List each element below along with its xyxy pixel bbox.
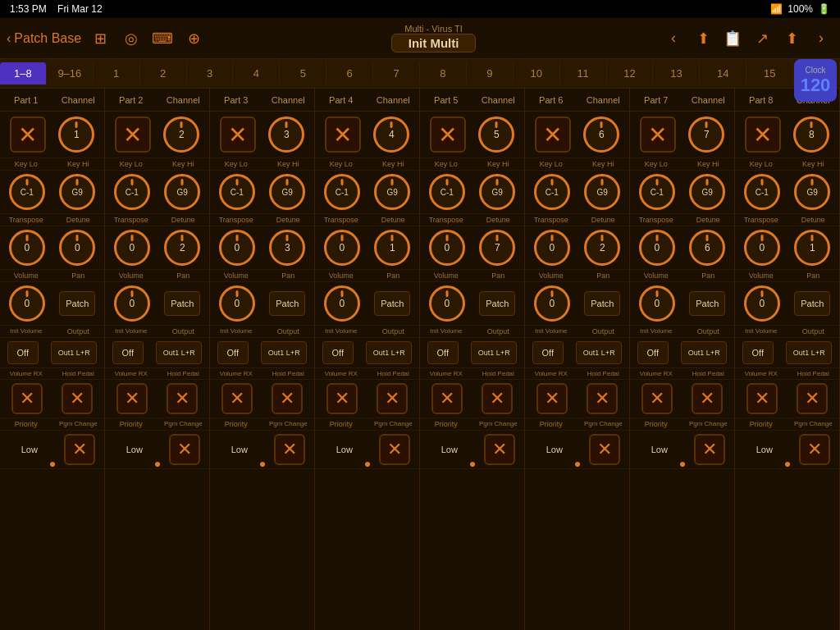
key-lo-knob[interactable]: C-1 (324, 174, 360, 210)
detune-knob[interactable]: 3 (269, 230, 305, 266)
channel-knob[interactable]: 7 (688, 116, 724, 153)
transpose-knob[interactable]: 0 (219, 230, 255, 266)
pan-display[interactable]: Patch (269, 291, 305, 316)
next-icon[interactable]: › (809, 26, 833, 51)
output-display[interactable]: Out1 L+R (156, 341, 202, 364)
pgm-change-button[interactable]: ✕ (799, 434, 830, 465)
pan-display[interactable]: Patch (374, 291, 410, 316)
part-x-button[interactable]: ✕ (640, 116, 676, 153)
key-hi-knob[interactable]: G9 (374, 174, 410, 210)
part-tab-2[interactable]: 2 (140, 62, 187, 84)
pan-display[interactable]: Patch (59, 291, 95, 316)
prev-icon[interactable]: ‹ (661, 26, 686, 51)
init-vol-display[interactable]: Off (742, 341, 774, 364)
hold-pedal-button[interactable]: ✕ (272, 383, 303, 414)
channel-knob[interactable]: 6 (583, 116, 619, 153)
pgm-change-button[interactable]: ✕ (484, 434, 515, 465)
key-hi-knob[interactable]: G9 (479, 174, 515, 210)
output-display[interactable]: Out1 L+R (471, 341, 517, 364)
part-tab-5[interactable]: 5 (280, 62, 326, 84)
key-lo-knob[interactable]: C-1 (114, 174, 150, 210)
transpose-knob[interactable]: 0 (429, 230, 465, 266)
clock-badge[interactable]: Clock 120 (794, 59, 837, 102)
volume-knob[interactable]: 0 (219, 285, 255, 322)
hold-pedal-button[interactable]: ✕ (377, 383, 408, 414)
channel-knob[interactable]: 3 (268, 116, 304, 153)
part-x-button[interactable]: ✕ (220, 116, 256, 153)
key-hi-knob[interactable]: G9 (269, 174, 305, 210)
key-hi-knob[interactable]: G9 (584, 174, 620, 210)
part-tab-4[interactable]: 4 (233, 62, 280, 84)
part-tab-9[interactable]: 9 (467, 62, 514, 84)
key-lo-knob[interactable]: C-1 (534, 174, 570, 210)
pan-display[interactable]: Patch (689, 291, 725, 316)
output-display[interactable]: Out1 L+R (786, 341, 832, 364)
hold-pedal-button[interactable]: ✕ (167, 383, 198, 414)
vol-rx-button[interactable]: ✕ (746, 383, 778, 414)
part-tab-14[interactable]: 14 (700, 62, 746, 84)
detune-knob[interactable]: 2 (584, 230, 620, 266)
transpose-knob[interactable]: 0 (9, 230, 45, 266)
pgm-change-button[interactable]: ✕ (589, 434, 620, 465)
pan-display[interactable]: Patch (164, 291, 200, 316)
detune-knob[interactable]: 1 (374, 230, 410, 266)
key-lo-knob[interactable]: C-1 (219, 174, 255, 210)
part-x-button[interactable]: ✕ (10, 116, 46, 153)
detune-knob[interactable]: 1 (794, 230, 830, 266)
init-vol-display[interactable]: Off (112, 341, 144, 364)
part-tab-10[interactable]: 10 (514, 62, 560, 84)
pgm-change-button[interactable]: ✕ (694, 434, 725, 465)
output-display[interactable]: Out1 L+R (261, 341, 307, 364)
part-tab-1-8[interactable]: 1–8 (0, 62, 47, 84)
volume-knob[interactable]: 0 (429, 285, 465, 322)
vol-rx-button[interactable]: ✕ (221, 383, 253, 414)
key-hi-knob[interactable]: G9 (164, 174, 200, 210)
pgm-change-button[interactable]: ✕ (379, 434, 410, 465)
part-x-button[interactable]: ✕ (115, 116, 151, 153)
transpose-knob[interactable]: 0 (114, 230, 150, 266)
channel-knob[interactable]: 8 (793, 116, 829, 153)
copy-icon[interactable]: 📋 (720, 26, 745, 51)
vol-rx-button[interactable]: ✕ (431, 383, 463, 414)
library-icon[interactable]: ⊞ (88, 26, 112, 51)
transpose-knob[interactable]: 0 (639, 230, 675, 266)
init-vol-display[interactable]: Off (637, 341, 669, 364)
pan-display[interactable]: Patch (479, 291, 515, 316)
detune-knob[interactable]: 6 (689, 230, 725, 266)
part-tab-13[interactable]: 13 (653, 62, 700, 84)
detune-knob[interactable]: 0 (59, 230, 95, 266)
keyboard-icon[interactable]: ⌨ (150, 26, 175, 51)
part-x-button[interactable]: ✕ (325, 116, 361, 153)
hold-pedal-button[interactable]: ✕ (62, 383, 93, 414)
channel-knob[interactable]: 2 (163, 116, 199, 153)
volume-knob[interactable]: 0 (744, 285, 780, 322)
save-icon[interactable]: ⬆ (691, 26, 715, 51)
part-x-button[interactable]: ✕ (535, 116, 571, 153)
detune-knob[interactable]: 7 (479, 230, 515, 266)
hold-pedal-button[interactable]: ✕ (587, 383, 618, 414)
volume-knob[interactable]: 0 (534, 285, 570, 322)
share-icon[interactable]: ↗ (750, 26, 774, 51)
key-hi-knob[interactable]: G9 (59, 174, 95, 210)
init-vol-display[interactable]: Off (322, 341, 354, 364)
volume-knob[interactable]: 0 (639, 285, 675, 322)
key-lo-knob[interactable]: C-1 (9, 174, 45, 210)
part-tab-9-16[interactable]: 9–16 (47, 62, 94, 84)
volume-knob[interactable]: 0 (9, 285, 45, 322)
midi-icon[interactable]: ⊕ (181, 26, 206, 51)
transpose-knob[interactable]: 0 (534, 230, 570, 266)
vol-rx-button[interactable]: ✕ (536, 383, 568, 414)
part-x-button[interactable]: ✕ (430, 116, 466, 153)
part-tab-12[interactable]: 12 (607, 62, 654, 84)
pan-display[interactable]: Patch (794, 291, 830, 316)
pgm-change-button[interactable]: ✕ (64, 434, 95, 465)
hold-pedal-button[interactable]: ✕ (482, 383, 513, 414)
channel-knob[interactable]: 4 (373, 116, 409, 153)
volume-knob[interactable]: 0 (114, 285, 150, 322)
key-lo-knob[interactable]: C-1 (744, 174, 780, 210)
pgm-change-button[interactable]: ✕ (169, 434, 200, 465)
init-vol-display[interactable]: Off (427, 341, 459, 364)
key-lo-knob[interactable]: C-1 (429, 174, 465, 210)
vol-rx-button[interactable]: ✕ (326, 383, 358, 414)
key-lo-knob[interactable]: C-1 (639, 174, 675, 210)
